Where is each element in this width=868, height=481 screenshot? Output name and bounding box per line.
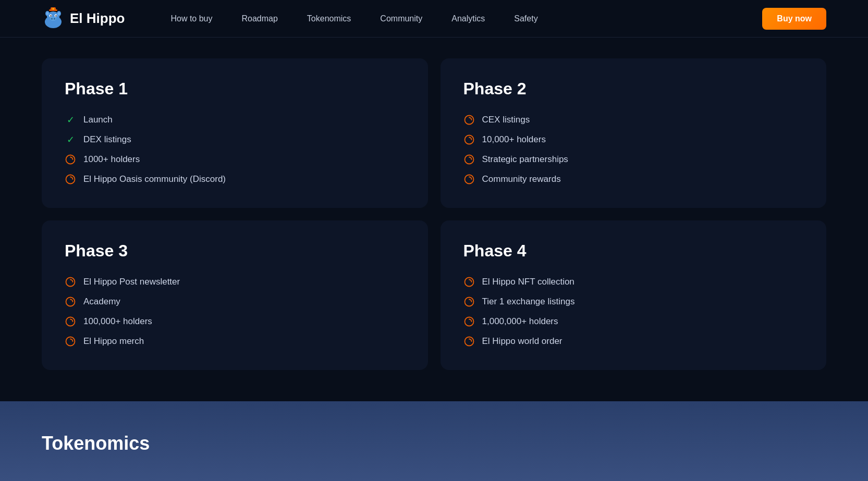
- pending-icon: [463, 174, 475, 185]
- list-item: El Hippo Post newsletter: [65, 276, 405, 288]
- list-item: Strategic partnerships: [463, 154, 804, 165]
- svg-point-25: [66, 337, 75, 346]
- svg-point-28: [464, 317, 473, 326]
- pending-icon: [463, 316, 475, 327]
- phases-grid: Phase 1 ✓ Launch ✓ DEX listings: [42, 58, 826, 370]
- tokenomics-section: Tokenomics: [0, 401, 868, 481]
- logo[interactable]: El Hippo: [42, 7, 125, 30]
- nav-link-analytics[interactable]: Analytics: [437, 0, 499, 38]
- pending-icon: [65, 296, 76, 307]
- nav-link-community[interactable]: Community: [365, 0, 437, 38]
- pending-icon: [463, 154, 475, 165]
- phase-1-card: Phase 1 ✓ Launch ✓ DEX listings: [42, 58, 428, 208]
- svg-point-12: [54, 18, 55, 19]
- svg-point-18: [464, 116, 473, 125]
- phase-3-items: El Hippo Post newsletter Academy: [65, 276, 405, 347]
- svg-point-11: [51, 18, 53, 19]
- nav-link-roadmap[interactable]: Roadmap: [227, 0, 292, 38]
- svg-point-8: [50, 15, 51, 16]
- svg-point-15: [53, 8, 54, 9]
- phase-2-title: Phase 2: [463, 79, 804, 98]
- hippo-logo-icon: [42, 7, 65, 30]
- list-item: 10,000+ holders: [463, 134, 804, 145]
- tokenomics-title: Tokenomics: [42, 433, 826, 454]
- svg-point-10: [50, 17, 56, 21]
- svg-point-29: [464, 337, 473, 346]
- pending-icon: [463, 114, 475, 126]
- list-item: ✓ Launch: [65, 114, 405, 126]
- svg-point-24: [66, 317, 75, 326]
- phase-4-title: Phase 4: [463, 241, 804, 261]
- nav-link-how-to-buy[interactable]: How to buy: [156, 0, 227, 38]
- phase-3-title: Phase 3: [65, 241, 405, 261]
- phase-1-items: ✓ Launch ✓ DEX listings 1000+ holders: [65, 114, 405, 185]
- list-item: Tier 1 exchange listings: [463, 296, 804, 307]
- pending-icon: [463, 276, 475, 288]
- phase-2-card: Phase 2 CEX listings: [441, 58, 827, 208]
- list-item: 1000+ holders: [65, 154, 405, 165]
- pending-icon: [463, 296, 475, 307]
- list-item: ✓ DEX listings: [65, 134, 405, 145]
- buy-now-button[interactable]: Buy now: [762, 8, 826, 30]
- list-item: El Hippo Oasis community (Discord): [65, 174, 405, 185]
- svg-point-20: [464, 155, 473, 164]
- list-item: CEX listings: [463, 114, 804, 126]
- pending-icon: [463, 336, 475, 347]
- svg-point-21: [464, 175, 473, 184]
- pending-icon: [65, 174, 76, 185]
- svg-point-5: [58, 12, 60, 15]
- list-item: El Hippo NFT collection: [463, 276, 804, 288]
- check-icon: ✓: [65, 134, 76, 145]
- svg-point-9: [55, 15, 56, 16]
- svg-point-19: [464, 135, 473, 144]
- pending-icon: [65, 276, 76, 288]
- logo-text: El Hippo: [70, 10, 125, 27]
- check-icon: ✓: [65, 114, 76, 126]
- pending-icon: [463, 134, 475, 145]
- pending-icon: [65, 316, 76, 327]
- phase-4-items: El Hippo NFT collection Tier 1 exchange …: [463, 276, 804, 347]
- nav-links: How to buy Roadmap Tokenomics Community …: [156, 0, 762, 38]
- pending-icon: [65, 336, 76, 347]
- nav-link-tokenomics[interactable]: Tokenomics: [292, 0, 365, 38]
- main-content: Phase 1 ✓ Launch ✓ DEX listings: [0, 38, 868, 401]
- svg-point-27: [464, 298, 473, 306]
- svg-point-4: [46, 12, 49, 15]
- svg-point-22: [66, 278, 75, 287]
- list-item: El Hippo merch: [65, 336, 405, 347]
- navbar: El Hippo How to buy Roadmap Tokenomics C…: [0, 0, 868, 38]
- svg-point-16: [66, 155, 75, 164]
- list-item: El Hippo world order: [463, 336, 804, 347]
- list-item: 1,000,000+ holders: [463, 316, 804, 327]
- phase-1-title: Phase 1: [65, 79, 405, 98]
- phase-3-card: Phase 3 El Hippo Post newsletter: [42, 220, 428, 370]
- svg-point-26: [464, 278, 473, 287]
- list-item: Community rewards: [463, 174, 804, 185]
- svg-point-17: [66, 175, 75, 184]
- list-item: 100,000+ holders: [65, 316, 405, 327]
- pending-icon: [65, 154, 76, 165]
- phase-2-items: CEX listings 10,000+ holders: [463, 114, 804, 185]
- svg-point-23: [66, 298, 75, 306]
- phase-4-card: Phase 4 El Hippo NFT collection: [441, 220, 827, 370]
- list-item: Academy: [65, 296, 405, 307]
- nav-link-safety[interactable]: Safety: [499, 0, 552, 38]
